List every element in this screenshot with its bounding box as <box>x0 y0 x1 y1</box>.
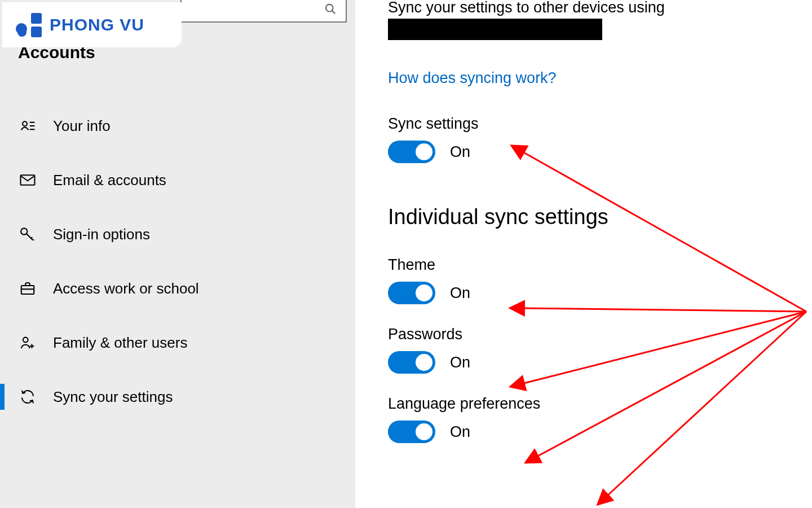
key-icon <box>18 225 37 244</box>
svg-point-6 <box>23 121 27 126</box>
sidebar-item-family-other-users[interactable]: Family & other users <box>0 323 355 362</box>
toggle-state: On <box>450 143 470 161</box>
settings-content: Sync your settings to other devices usin… <box>355 0 812 508</box>
svg-rect-0 <box>31 13 42 24</box>
toggle-state: On <box>450 423 470 441</box>
redacted-account <box>388 19 602 40</box>
sidebar-item-label: Sign-in options <box>53 226 150 243</box>
sync-settings-label: Sync settings <box>388 115 812 133</box>
svg-rect-12 <box>21 286 34 294</box>
svg-rect-1 <box>31 27 42 37</box>
people-add-icon <box>18 333 37 352</box>
sidebar-item-label: Email & accounts <box>53 172 166 189</box>
sync-settings-toggle[interactable] <box>388 141 435 163</box>
theme-label: Theme <box>388 256 812 274</box>
passwords-toggle[interactable] <box>388 351 435 374</box>
sync-icon <box>18 387 37 406</box>
how-syncing-works-link[interactable]: How does syncing work? <box>388 69 557 87</box>
sidebar-item-your-info[interactable]: Your info <box>0 106 355 146</box>
theme-toggle[interactable] <box>388 282 435 304</box>
sync-intro-text: Sync your settings to other devices usin… <box>388 0 812 16</box>
individual-sync-heading: Individual sync settings <box>388 205 812 229</box>
person-card-icon <box>18 116 37 135</box>
sidebar-nav: Your info Email & accounts Sign-in optio… <box>0 106 355 431</box>
briefcase-icon <box>18 279 37 298</box>
language-preferences-label: Language preferences <box>388 395 812 413</box>
toggle-state: On <box>450 284 470 302</box>
search-icon <box>324 3 337 17</box>
svg-point-14 <box>23 338 28 343</box>
svg-point-3 <box>17 28 27 37</box>
mail-icon <box>18 170 37 190</box>
sidebar-item-email-accounts[interactable]: Email & accounts <box>0 160 355 200</box>
sidebar-item-label: Sync your settings <box>53 388 173 406</box>
sidebar-item-label: Your info <box>53 117 111 135</box>
sidebar-item-label: Access work or school <box>53 280 199 297</box>
sidebar-item-sync-settings[interactable]: Sync your settings <box>0 377 355 417</box>
svg-line-5 <box>332 10 336 14</box>
svg-point-4 <box>326 4 333 11</box>
toggle-state: On <box>450 354 470 371</box>
brand-logo: PHONG VU <box>2 2 182 47</box>
passwords-label: Passwords <box>388 326 812 343</box>
settings-sidebar: PHONG VU Accounts Your info Email & acco… <box>0 0 355 508</box>
language-preferences-toggle[interactable] <box>388 421 435 443</box>
brand-logo-text: PHONG VU <box>50 15 144 34</box>
brand-logo-mark <box>15 11 44 38</box>
search-input[interactable] <box>180 0 347 23</box>
sidebar-item-sign-in-options[interactable]: Sign-in options <box>0 214 355 254</box>
sidebar-item-access-work-school[interactable]: Access work or school <box>0 269 355 308</box>
sidebar-item-label: Family & other users <box>53 334 187 352</box>
